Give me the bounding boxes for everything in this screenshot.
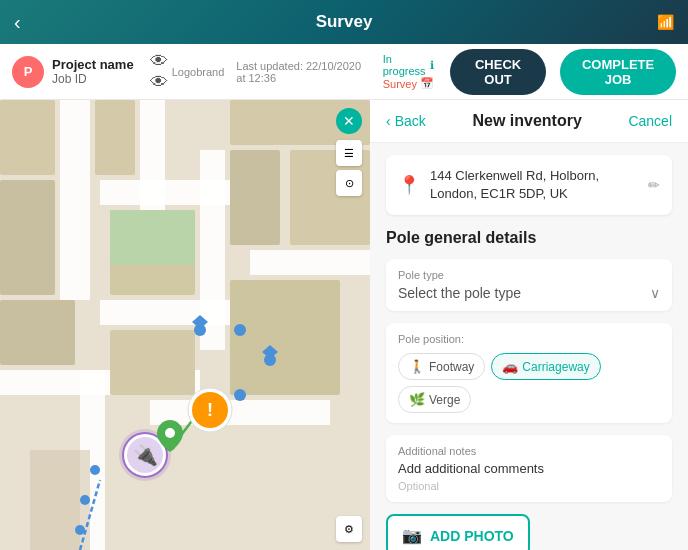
notes-value[interactable]: Add additional comments [398,461,660,476]
chevron-down-icon: ∨ [650,285,660,301]
project-logo: P [12,56,44,88]
pole-position-options: 🚶 Footway 🚗 Carriageway 🌿 Verge [398,353,660,413]
svg-rect-9 [150,400,330,425]
main-layout: ! 🔌 ✕ ☰ ⊙ ⚙ ‹ Back New inventory Cancel [0,100,688,550]
add-photo-label: ADD PHOTO [430,528,514,544]
chevron-left-icon: ‹ [386,113,391,129]
cancel-button[interactable]: Cancel [628,113,672,129]
position-verge[interactable]: 🌿 Verge [398,386,471,413]
svg-rect-13 [95,100,135,175]
pole-position-group: Pole position: 🚶 Footway 🚗 Carriageway 🌿… [386,323,672,423]
svg-rect-21 [110,210,195,265]
logo-brand-icon: 👁👁 [150,51,168,93]
svg-text:!: ! [207,400,213,420]
app-header: ‹ Survey 📶 [0,0,688,44]
position-footway[interactable]: 🚶 Footway [398,353,485,380]
pole-position-label: Pole position: [398,333,660,345]
map-layers-button[interactable]: ☰ [336,140,362,166]
panel-back-button[interactable]: ‹ Back [386,113,426,129]
map-settings-button[interactable]: ⊙ [336,170,362,196]
location-pin-icon: 📍 [398,174,420,196]
status-area: In progress ℹ Survey 📅 [383,53,434,90]
verge-label: Verge [429,393,460,407]
panel-title: New inventory [426,112,629,130]
map-close-button[interactable]: ✕ [336,108,362,134]
svg-rect-11 [0,100,55,175]
project-info: Project name Job ID [52,57,134,86]
svg-point-24 [80,495,90,505]
verge-icon: 🌿 [409,392,425,407]
map-svg: ! 🔌 [0,100,370,550]
address-text: 144 Clerkenwell Rd, Holborn, London, EC1… [430,167,638,203]
map-bottom-settings-button[interactable]: ⚙ [336,516,362,542]
header-back-button[interactable]: ‹ [14,11,21,34]
pole-type-value: Select the pole type [398,285,521,301]
footway-label: Footway [429,360,474,374]
right-panel: ‹ Back New inventory Cancel 📍 144 Clerke… [370,100,688,550]
svg-point-42 [165,428,175,438]
svg-rect-12 [0,180,55,295]
map-area: ! 🔌 ✕ ☰ ⊙ ⚙ [0,100,370,550]
wifi-icon: 📶 [657,14,674,30]
carriageway-label: Carriageway [522,360,589,374]
header-title: Survey [316,12,373,32]
section-title: Pole general details [386,229,672,247]
svg-rect-20 [110,330,195,395]
pole-type-group[interactable]: Pole type Select the pole type ∨ [386,259,672,311]
svg-point-29 [234,324,246,336]
panel-content: 📍 144 Clerkenwell Rd, Holborn, London, E… [370,143,688,550]
carriageway-icon: 🚗 [502,359,518,374]
notes-group[interactable]: Additional notes Add additional comments… [386,435,672,502]
project-name: Project name [52,57,134,72]
survey-badge: Survey 📅 [383,77,434,90]
calendar-icon: 📅 [420,77,434,90]
address-card: 📍 144 Clerkenwell Rd, Holborn, London, E… [386,155,672,215]
svg-rect-14 [0,300,75,365]
logo-brand-text: Logobrand [172,66,225,78]
in-progress-status: In progress ℹ [383,53,434,77]
footway-icon: 🚶 [409,359,425,374]
edit-address-icon[interactable]: ✏ [648,177,660,193]
topbar: P Project name Job ID 👁👁 Logobrand Last … [0,44,688,100]
svg-rect-1 [60,100,90,300]
svg-rect-17 [230,150,280,245]
svg-text:🔌: 🔌 [133,443,158,467]
svg-point-23 [75,525,85,535]
panel-header: ‹ Back New inventory Cancel [370,100,688,143]
svg-point-31 [234,389,246,401]
position-carriageway[interactable]: 🚗 Carriageway [491,353,600,380]
complete-job-button[interactable]: COMPLETE JOB [560,49,676,95]
checkout-button[interactable]: CHECK OUT [450,49,546,95]
pole-type-label: Pole type [398,269,660,281]
pole-type-select[interactable]: Select the pole type ∨ [398,285,660,301]
notes-label: Additional notes [398,445,660,457]
notes-optional: Optional [398,480,660,492]
svg-point-25 [90,465,100,475]
job-id: Job ID [52,72,134,86]
back-label: Back [395,113,426,129]
last-updated: Last updated: 22/10/2020 at 12:36 [236,60,366,84]
add-photo-button[interactable]: 📷 ADD PHOTO [386,514,530,550]
svg-rect-6 [250,250,370,275]
camera-icon: 📷 [402,526,422,545]
svg-rect-19 [230,280,340,395]
svg-rect-2 [100,180,250,205]
logo-brand-area: 👁👁 Logobrand [150,51,225,93]
info-icon: ℹ [430,59,434,72]
